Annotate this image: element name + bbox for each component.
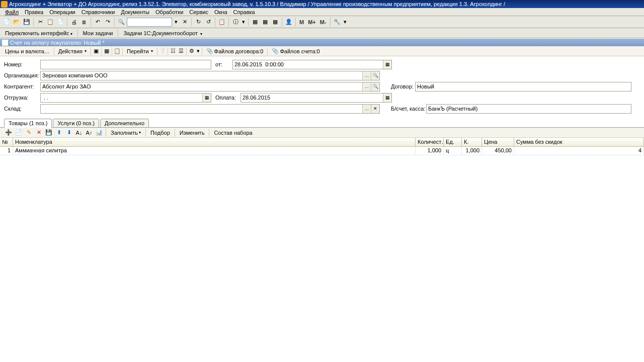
tab-goods[interactable]: Товары (1 поз.) (4, 119, 52, 128)
copy-row-icon[interactable]: 📄 (14, 128, 23, 137)
select-icon[interactable]: … (362, 71, 371, 80)
goto-button[interactable]: Перейти▾ (124, 47, 156, 56)
col-k[interactable]: К. (462, 138, 482, 146)
actions-button[interactable]: Действия▾ (55, 47, 90, 56)
list-icon[interactable]: ☰ (177, 47, 185, 55)
search-input[interactable] (127, 18, 172, 27)
fill-button[interactable]: Заполнить▾ (108, 129, 143, 137)
save-icon[interactable]: 💾 (22, 18, 31, 27)
date-field[interactable]: ▦ (232, 60, 392, 69)
menu-processing[interactable]: Обработки (152, 9, 186, 15)
open-icon[interactable]: 📂 (12, 18, 21, 27)
help-icon[interactable]: ❔ (158, 47, 167, 55)
col-nomenclature[interactable]: Номенклатура (13, 138, 416, 146)
menu-windows[interactable]: Окна (211, 9, 230, 15)
col-num[interactable]: № (0, 138, 13, 146)
grid-body[interactable]: 1 Аммиачная силитра 1,000 ц 1,000 450,00… (0, 147, 644, 348)
search-icon[interactable]: 🔍 (371, 71, 379, 80)
menu-catalogs[interactable]: Справочники (78, 9, 118, 15)
gear-icon[interactable]: ⚙ (188, 47, 196, 55)
sort-desc-icon[interactable]: A↑ (85, 128, 94, 137)
menu-operations[interactable]: Операции (46, 9, 78, 15)
grid-icon[interactable]: ▦ (261, 18, 270, 27)
contract-files-button[interactable]: 📎 Файлов договора:0 (203, 46, 267, 56)
chart-icon[interactable]: 📊 (95, 128, 104, 137)
basis-icon[interactable]: 📋 (113, 47, 121, 55)
number-field[interactable] (40, 60, 211, 69)
prices-button[interactable]: Цены и валюта… (2, 47, 53, 56)
clear-icon[interactable]: ✕ (371, 105, 379, 113)
down-icon[interactable]: ⬇ (64, 128, 73, 137)
redo-icon[interactable]: ↷ (103, 18, 112, 27)
new-icon[interactable]: 📄 (2, 18, 11, 27)
bank-field[interactable] (426, 104, 631, 114)
calendar-icon[interactable]: ▦ (202, 94, 211, 102)
col-price[interactable]: Цена (482, 138, 514, 146)
copy-icon[interactable]: 📋 (46, 18, 55, 27)
menu-help[interactable]: Справка (230, 9, 258, 15)
select-button[interactable]: Подбор (148, 129, 173, 137)
menu-documents[interactable]: Документы (118, 9, 152, 15)
tab-services[interactable]: Услуги (0 поз.) (53, 119, 99, 128)
payment-field[interactable]: ▦ (240, 93, 392, 103)
dropdown-icon[interactable]: ▾ (196, 47, 201, 55)
dropdown3-icon[interactable]: ▾ (343, 18, 348, 27)
counterparty-field[interactable]: …🔍 (40, 82, 380, 92)
calendar-icon[interactable]: ▦ (383, 94, 391, 102)
calendar2-icon[interactable]: ▦ (271, 18, 280, 27)
col-unit[interactable]: Ед. (444, 138, 462, 146)
print-preview-icon[interactable]: 🗎 (79, 18, 89, 27)
add-icon[interactable]: ➕ (4, 128, 13, 137)
paste-icon[interactable]: 📄 (56, 18, 65, 27)
refresh-icon[interactable]: ↻ (194, 18, 203, 27)
delete-icon[interactable]: ✕ (34, 128, 43, 137)
search-icon[interactable]: 🔍 (117, 18, 126, 27)
menu-service[interactable]: Сервис (186, 9, 211, 15)
m-minus-button[interactable]: М- (318, 19, 328, 25)
calendar-icon[interactable]: ▦ (383, 60, 391, 69)
set-content-button[interactable]: Состав набора (211, 129, 255, 137)
change-button[interactable]: Изменить (177, 129, 207, 137)
clear-icon[interactable]: ✕ (180, 18, 189, 27)
dropdown2-icon[interactable]: ▾ (241, 18, 246, 27)
up-icon[interactable]: ⬆ (54, 128, 63, 137)
organization-field[interactable]: …🔍 (40, 71, 380, 80)
tasks-1c-button[interactable]: Задачи 1С:Документооборот ▾ (120, 29, 205, 37)
calendar-icon[interactable]: ▦ (251, 18, 260, 27)
switch-interface-button[interactable]: Переключить интерфейс▾ (2, 29, 75, 37)
refresh2-icon[interactable]: ↺ (204, 18, 213, 27)
print-icon[interactable]: 🖨 (69, 18, 78, 27)
separator (54, 47, 54, 55)
select-icon[interactable]: … (362, 82, 371, 91)
select-icon[interactable]: … (362, 105, 371, 113)
cut-icon[interactable]: ✂ (36, 18, 45, 27)
invoice-files-button[interactable]: 📎 Файлов счета:0 (269, 46, 323, 56)
menu-edit[interactable]: Правка (22, 9, 46, 15)
m-plus-button[interactable]: М+ (306, 19, 317, 25)
sort-asc-icon[interactable]: A↓ (74, 128, 84, 137)
menu-file[interactable]: Файл (2, 9, 22, 15)
struct-icon[interactable]: ☷ (169, 47, 177, 55)
counterparty-label: Контрагент: (4, 83, 40, 89)
m-button[interactable]: М (298, 19, 305, 25)
contract-field[interactable] (415, 82, 631, 92)
tab-additional[interactable]: Дополнительно (100, 119, 149, 128)
table-row[interactable]: 1 Аммиачная силитра 1,000 ц 1,000 450,00… (0, 147, 644, 155)
undo-icon[interactable]: ↶ (93, 18, 102, 27)
template-icon[interactable]: ▦ (103, 47, 111, 55)
col-sum[interactable]: Сумма без скидок (514, 138, 644, 146)
info-icon[interactable]: ⓘ (231, 18, 240, 27)
search-icon[interactable]: 🔍 (371, 82, 379, 91)
col-quantity[interactable]: Количест… (416, 138, 444, 146)
separator (91, 18, 91, 27)
dropdown-icon[interactable]: ▾ (173, 18, 179, 27)
clipboard-icon[interactable]: 📋 (217, 18, 226, 27)
my-tasks-button[interactable]: Мои задачи (80, 29, 116, 37)
post-icon[interactable]: ▣ (92, 47, 100, 55)
tool-icon[interactable]: 🔧 (333, 18, 342, 27)
edit-icon[interactable]: ✎ (24, 128, 33, 137)
save-icon[interactable]: 💾 (44, 128, 53, 137)
shipment-field[interactable]: ▦ (40, 93, 211, 103)
user-icon[interactable]: 👤 (284, 18, 293, 27)
warehouse-field[interactable]: …✕ (40, 104, 380, 114)
